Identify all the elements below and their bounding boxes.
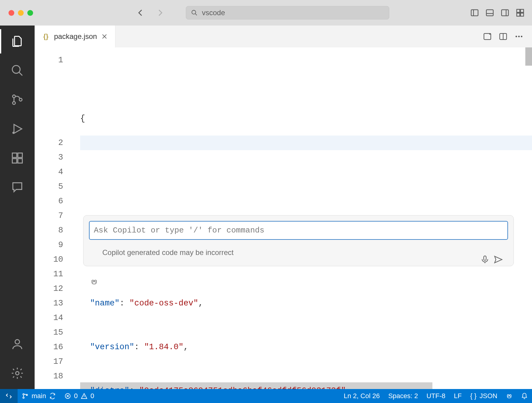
history-nav — [136, 9, 164, 17]
customize-layout-icon[interactable] — [516, 8, 525, 17]
line-number: 9 — [35, 238, 63, 252]
explorer-icon[interactable] — [11, 35, 24, 48]
svg-rect-16 — [12, 153, 17, 158]
line-number: 18 — [35, 369, 63, 384]
command-center-text: vscode — [202, 9, 225, 17]
line-number: 5 — [35, 179, 63, 194]
close-window-button[interactable] — [9, 10, 14, 16]
svg-point-35 — [507, 394, 509, 396]
svg-point-32 — [23, 397, 24, 398]
error-icon — [64, 393, 71, 399]
forward-button[interactable] — [156, 9, 164, 17]
svg-point-29 — [92, 280, 94, 282]
line-number: 17 — [35, 354, 63, 369]
editor-area[interactable]: 1 2 3 4 5 6 7 8 9 10 11 12 13 14 15 16 1… — [35, 47, 532, 389]
line-number: 6 — [35, 194, 63, 208]
split-editor-icon[interactable] — [499, 32, 508, 41]
minimize-window-button[interactable] — [18, 10, 24, 16]
back-button[interactable] — [136, 9, 145, 17]
json-file-icon: {} — [42, 33, 50, 40]
copilot-disclaimer: Copilot generated code may be incorrect — [84, 245, 513, 266]
tabs-bar: {} package.json — [35, 26, 532, 47]
copilot-logo-icon — [90, 249, 98, 257]
svg-rect-8 — [520, 9, 523, 12]
line-numbers: 1 2 3 4 5 6 7 8 9 10 11 12 13 14 15 16 1… — [35, 47, 80, 389]
extensions-icon[interactable] — [11, 151, 24, 165]
title-bar: vscode — [0, 0, 532, 26]
run-file-icon[interactable] — [483, 32, 492, 41]
brace: { — [80, 114, 85, 123]
toggle-panel-icon[interactable] — [485, 8, 494, 17]
search-icon — [191, 9, 198, 16]
line-number: 14 — [35, 311, 63, 325]
settings-gear-icon[interactable] — [11, 367, 24, 380]
send-icon[interactable] — [493, 226, 503, 235]
indentation[interactable]: Spaces: 2 — [384, 389, 422, 403]
lang-icon: { } — [470, 392, 477, 400]
svg-point-26 — [518, 36, 520, 37]
command-center[interactable]: vscode — [186, 6, 389, 19]
json-key: "version" — [90, 343, 134, 352]
problems[interactable]: 0 0 — [60, 389, 99, 403]
remote-icon — [5, 393, 12, 399]
line-number: 3 — [35, 150, 63, 165]
line-number: 11 — [35, 267, 63, 281]
zoom-window-button[interactable] — [27, 10, 33, 16]
svg-point-21 — [16, 372, 19, 375]
editor-group: {} package.json — [35, 26, 532, 389]
cursor-position[interactable]: Ln 2, Col 26 — [339, 389, 384, 403]
source-control-icon[interactable] — [11, 93, 24, 106]
svg-point-27 — [521, 36, 522, 37]
svg-point-30 — [94, 280, 97, 282]
tab-label: package.json — [54, 32, 97, 41]
accounts-icon[interactable] — [11, 337, 24, 351]
line-number: 4 — [35, 165, 63, 179]
more-actions-icon[interactable] — [514, 32, 523, 41]
eol[interactable]: LF — [450, 389, 466, 403]
main-area: {} package.json — [0, 26, 532, 389]
line-number: 2 — [35, 136, 63, 150]
code-content[interactable]: { — [80, 47, 532, 389]
svg-rect-9 — [517, 13, 520, 16]
close-tab-icon[interactable] — [101, 33, 108, 40]
json-key: "distro" — [90, 386, 129, 389]
microphone-icon[interactable] — [480, 226, 490, 235]
json-string: "1.84.0" — [144, 343, 184, 352]
tab-package-json[interactable]: {} package.json — [35, 26, 115, 47]
svg-point-15 — [13, 132, 14, 133]
error-count: 0 — [74, 392, 78, 400]
warning-count: 0 — [90, 392, 94, 400]
line-number: 10 — [35, 252, 63, 267]
line-number: 13 — [35, 296, 63, 311]
notifications[interactable] — [517, 389, 532, 403]
json-string: "9cdc4175a8604751edba6baf46edfdf56d93173… — [139, 386, 346, 389]
copilot-input[interactable] — [94, 226, 476, 235]
search-icon[interactable] — [11, 64, 24, 77]
toggle-secondary-sidebar-icon[interactable] — [500, 8, 510, 17]
branch-icon — [22, 393, 29, 399]
svg-point-20 — [15, 339, 20, 344]
svg-rect-18 — [18, 159, 22, 163]
svg-rect-3 — [486, 10, 493, 16]
window-controls — [9, 10, 33, 16]
run-debug-icon[interactable] — [11, 122, 24, 136]
copilot-status-icon — [506, 393, 513, 399]
git-branch[interactable]: main — [18, 389, 60, 403]
svg-point-25 — [516, 36, 517, 37]
json-key: "name" — [90, 299, 119, 308]
activity-bar — [0, 26, 35, 389]
remote-indicator[interactable] — [0, 389, 18, 403]
copilot-status[interactable] — [502, 389, 517, 403]
svg-rect-5 — [502, 10, 509, 16]
svg-point-14 — [19, 98, 22, 101]
toggle-primary-sidebar-icon[interactable] — [470, 8, 479, 17]
encoding[interactable]: UTF-8 — [422, 389, 449, 403]
copilot-input-row — [89, 221, 508, 240]
chat-icon[interactable] — [11, 181, 24, 194]
sync-icon[interactable] — [49, 393, 56, 399]
svg-rect-1 — [471, 10, 478, 16]
language-mode[interactable]: { } JSON — [466, 389, 502, 403]
line-number: 7 — [35, 208, 63, 223]
layout-controls — [470, 8, 525, 17]
svg-point-12 — [12, 95, 15, 98]
